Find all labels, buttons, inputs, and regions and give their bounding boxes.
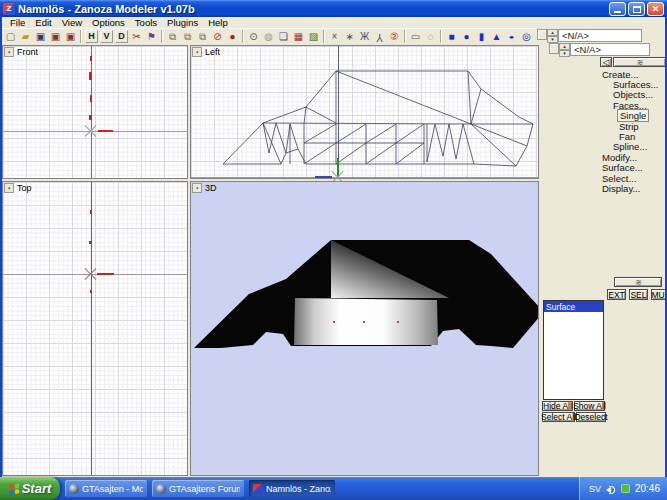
new-file-icon[interactable]: ▢: [3, 30, 18, 44]
panel-expand-button[interactable]: ≋: [614, 277, 662, 287]
viewport-maximize-icon[interactable]: ▪: [192, 183, 202, 193]
toggle-v-button[interactable]: V: [100, 30, 113, 43]
windows-flag-icon: [9, 483, 19, 494]
copy-box-2-icon[interactable]: ⧉: [180, 30, 195, 44]
spinner-2-up-icon[interactable]: ▴: [559, 43, 570, 50]
vertices-tool-icon[interactable]: ✂: [129, 30, 144, 44]
mirror-tool-icon[interactable]: Ж: [357, 30, 372, 44]
surface-listbox[interactable]: Surface: [543, 300, 604, 400]
surface-listbox-header: Surface: [544, 301, 603, 312]
titlebar[interactable]: Z Namnlös - Zanoza Modeler v1.07b ✕: [0, 0, 667, 17]
toggle-d-button[interactable]: D: [115, 30, 128, 43]
viewport-maximize-icon[interactable]: ▪: [192, 47, 202, 57]
render-sphere-icon[interactable]: ●: [225, 30, 240, 44]
viewport-front[interactable]: ▪ Front: [2, 45, 188, 179]
panel-item-fan[interactable]: Fan: [600, 131, 666, 141]
viewport-top[interactable]: ▪ Top: [2, 181, 188, 476]
select-rect-icon[interactable]: ▭: [408, 30, 423, 44]
viewport-3d-label[interactable]: ▪ 3D: [192, 183, 220, 193]
bones-tool-icon[interactable]: Y: [372, 30, 387, 44]
panel-item-create[interactable]: Create...: [600, 69, 666, 79]
viewport-maximize-icon[interactable]: ▪: [4, 183, 14, 193]
spinner-2-down-icon[interactable]: ▾: [559, 50, 570, 57]
panel-item-objects[interactable]: Objects...: [600, 90, 666, 100]
viewport-3d[interactable]: ▪ 3D: [190, 181, 539, 476]
primitive-torus-icon[interactable]: ◎: [519, 30, 534, 44]
copy-box-3-icon[interactable]: ⧉: [195, 30, 210, 44]
panel-item-select[interactable]: Select...: [600, 173, 666, 183]
surface-select-all-button[interactable]: Select All: [542, 412, 575, 422]
viewport-top-label[interactable]: ▪ Top: [4, 183, 35, 193]
menu-item-plugins[interactable]: Plugins: [162, 17, 203, 28]
close-button[interactable]: ✕: [647, 2, 664, 16]
restore-button[interactable]: [628, 2, 645, 16]
start-button[interactable]: Start: [0, 477, 60, 500]
panel-item-modify[interactable]: Modify...: [600, 152, 666, 162]
spinner-1-value[interactable]: <N/A>: [558, 29, 642, 42]
minimize-button[interactable]: [609, 2, 626, 16]
mode-button-ext[interactable]: EXT: [607, 289, 626, 300]
copy-box-1-icon[interactable]: ⧉: [165, 30, 180, 44]
front-axis-vertical: [91, 46, 92, 178]
panel-item-display[interactable]: Display...: [600, 183, 666, 193]
panel-item-spline[interactable]: Spline...: [600, 142, 666, 152]
surface-show-all-button[interactable]: Show All: [574, 401, 605, 411]
primitive-sphere-icon[interactable]: ●: [459, 30, 474, 44]
pan-tool-icon[interactable]: ◍: [261, 30, 276, 44]
menu-item-help[interactable]: Help: [203, 17, 233, 28]
wireframe-canvas: [191, 46, 538, 178]
primitive-cylinder-icon[interactable]: ▮: [474, 30, 489, 44]
language-indicator[interactable]: SV: [589, 484, 601, 494]
taskbar-button-gtasajten-mods-n[interactable]: GTAsajten - Mods - N...: [65, 480, 147, 497]
spinner-2-value[interactable]: <N/A>: [570, 43, 650, 56]
scale-tool-icon[interactable]: ×: [327, 30, 342, 44]
viewport-maximize-icon[interactable]: ▪: [4, 47, 14, 57]
panel-collapse-button[interactable]: ◁: [600, 57, 612, 67]
export-icon[interactable]: ▣: [63, 30, 78, 44]
surface-hide-all-button[interactable]: Hide All: [542, 401, 573, 411]
spinner-1-box[interactable]: [537, 29, 547, 40]
tray-status-icon[interactable]: [621, 484, 630, 493]
surface-deselect-button[interactable]: Deselect: [576, 412, 606, 422]
menu-item-options[interactable]: Options: [87, 17, 130, 28]
flag-tool-icon[interactable]: ⚑: [144, 30, 159, 44]
select-circle-icon[interactable]: ◌: [423, 30, 438, 44]
import-icon[interactable]: ▣: [48, 30, 63, 44]
volume-icon[interactable]: [606, 484, 616, 494]
panel-wave-button[interactable]: ≋: [613, 57, 666, 67]
primitive-disc-icon[interactable]: ●: [504, 33, 519, 41]
viewport-front-label[interactable]: ▪ Front: [4, 47, 41, 57]
taskbar-button-gtasajtens-forum[interactable]: GTAsajtens Forum ->...: [152, 480, 244, 497]
viewport-left-label[interactable]: ▪ Left: [192, 47, 223, 57]
panel-item-strip[interactable]: Strip: [600, 121, 666, 131]
primitive-cube-icon[interactable]: ■: [444, 30, 459, 44]
clock[interactable]: 20:46: [635, 483, 660, 494]
primitive-cone-icon[interactable]: ▲: [489, 30, 504, 44]
menu-item-tools[interactable]: Tools: [130, 17, 162, 28]
spinner-2-box[interactable]: [549, 43, 559, 54]
mode-button-sel[interactable]: SEL: [629, 289, 648, 300]
menu-item-view[interactable]: View: [57, 17, 87, 28]
top-red-dash: [90, 210, 92, 214]
panel-item-surface[interactable]: Surface...: [600, 163, 666, 173]
save-icon[interactable]: ▣: [33, 30, 48, 44]
panel-item-single[interactable]: Single: [600, 111, 666, 121]
open-folder-icon[interactable]: ▰: [18, 30, 33, 44]
zoom-tool-icon[interactable]: ⊙: [246, 30, 261, 44]
toggle-h-button[interactable]: H: [85, 30, 98, 43]
viewport-left[interactable]: ▪ Left: [190, 45, 539, 179]
forbid-icon[interactable]: ⊘: [210, 30, 225, 44]
taskbar-button-namnl-s-zanoza-mo[interactable]: Namnlös - Zanoza Mo...: [249, 480, 335, 497]
spinner-1-up-icon[interactable]: ▴: [547, 29, 558, 36]
layers-2-icon[interactable]: ②: [387, 30, 402, 44]
spinner-1-stepper[interactable]: ▴ ▾: [547, 29, 558, 42]
spinner-2-stepper[interactable]: ▴ ▾: [559, 43, 570, 56]
material-editor-icon[interactable]: ▦: [291, 30, 306, 44]
star-tool-icon[interactable]: ∗: [342, 30, 357, 44]
texture-icon[interactable]: ▨: [306, 30, 321, 44]
menu-item-file[interactable]: File: [5, 17, 30, 28]
spinner-1-down-icon[interactable]: ▾: [547, 36, 558, 43]
panel-item-surfaces[interactable]: Surfaces...: [600, 79, 666, 89]
menu-item-edit[interactable]: Edit: [30, 17, 56, 28]
view-box-icon[interactable]: ❏: [276, 30, 291, 44]
